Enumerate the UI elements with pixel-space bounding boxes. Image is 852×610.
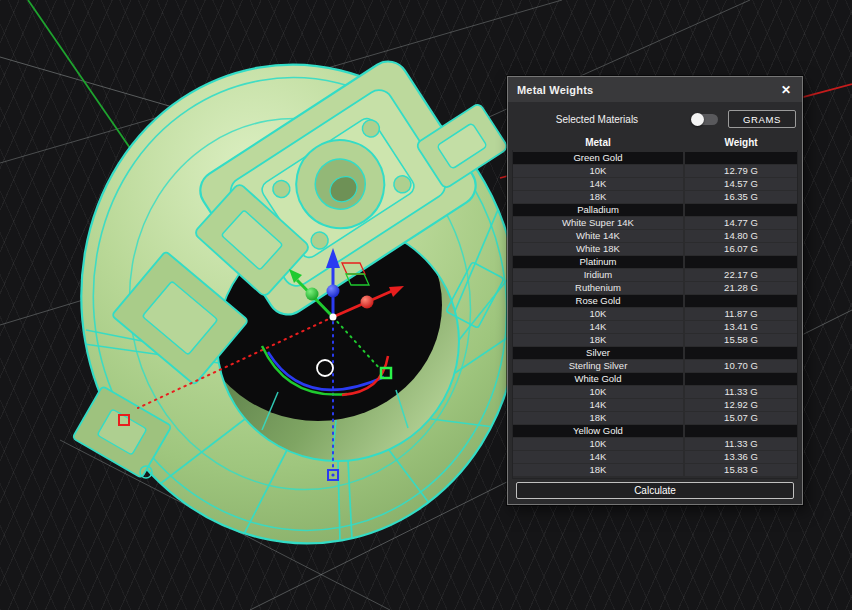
table-row: 14K14.57 G: [513, 178, 797, 190]
weight-cell: 11.33 G: [685, 438, 797, 450]
weight-cell: 14.57 G: [685, 178, 797, 190]
column-header-metal: Metal: [512, 137, 684, 148]
column-header-weight: Weight: [684, 137, 798, 148]
metal-cell: 10K: [513, 386, 683, 398]
weight-cell: 14.77 G: [685, 217, 797, 229]
z-scale-handle: [327, 285, 340, 298]
metal-cell: White Super 14K: [513, 217, 683, 229]
metal-group-row: Silver: [513, 347, 797, 359]
metal-group-name: Platinum: [513, 256, 683, 268]
metal-group-spacer: [685, 425, 797, 437]
gizmo-origin-handle[interactable]: [330, 314, 337, 321]
table-row: 18K15.58 G: [513, 334, 797, 346]
metal-cell: 10K: [513, 438, 683, 450]
table-row: 10K11.87 G: [513, 308, 797, 320]
selected-materials-toggle[interactable]: [692, 114, 718, 125]
app-window: { "panel": { "title": "Metal Weights", "…: [0, 0, 852, 610]
metal-group-spacer: [685, 204, 797, 216]
weight-cell: 13.36 G: [685, 451, 797, 463]
metal-cell: 14K: [513, 321, 683, 333]
metal-cell: 18K: [513, 191, 683, 203]
metal-group-row: Platinum: [513, 256, 797, 268]
table-row: 14K13.36 G: [513, 451, 797, 463]
table-row: 18K16.35 G: [513, 191, 797, 203]
metal-cell: 18K: [513, 334, 683, 346]
metal-cell: Sterling Silver: [513, 360, 683, 372]
weight-cell: 15.58 G: [685, 334, 797, 346]
metal-cell: White 14K: [513, 230, 683, 242]
weight-cell: 16.35 G: [685, 191, 797, 203]
close-button[interactable]: ✕: [779, 84, 793, 96]
metal-cell: White 18K: [513, 243, 683, 255]
metal-group-spacer: [685, 373, 797, 385]
weight-cell: 11.33 G: [685, 386, 797, 398]
metal-cell: 14K: [513, 399, 683, 411]
metal-cell: 14K: [513, 451, 683, 463]
weight-cell: 12.79 G: [685, 165, 797, 177]
table-row: Ruthenium21.28 G: [513, 282, 797, 294]
metal-cell: 14K: [513, 178, 683, 190]
metal-group-spacer: [685, 295, 797, 307]
metal-group-name: Silver: [513, 347, 683, 359]
toggle-knob: [691, 113, 704, 126]
table-row: Sterling Silver10.70 G: [513, 360, 797, 372]
calculate-button[interactable]: Calculate: [516, 482, 794, 499]
table-row: 18K15.83 G: [513, 464, 797, 476]
table-row: 18K15.07 G: [513, 412, 797, 424]
panel-titlebar[interactable]: Metal Weights ✕: [508, 77, 802, 102]
table-row: White 18K16.07 G: [513, 243, 797, 255]
weight-cell: 21.28 G: [685, 282, 797, 294]
metal-weights-table: Green Gold10K12.79 G14K14.57 G18K16.35 G…: [512, 150, 798, 479]
table-row: Iridium22.17 G: [513, 269, 797, 281]
table-row: White 14K14.80 G: [513, 230, 797, 242]
x-scale-handle: [361, 296, 374, 309]
table-row: 10K11.33 G: [513, 386, 797, 398]
metal-group-name: White Gold: [513, 373, 683, 385]
metal-cell: 10K: [513, 308, 683, 320]
table-row: 14K13.41 G: [513, 321, 797, 333]
ring-model[interactable]: [44, 30, 570, 580]
metal-group-row: White Gold: [513, 373, 797, 385]
metal-group-name: Green Gold: [513, 152, 683, 164]
metal-group-spacer: [685, 152, 797, 164]
panel-controls-row: Selected Materials GRAMS: [508, 102, 802, 135]
weight-cell: 16.07 G: [685, 243, 797, 255]
selected-materials-label: Selected Materials: [514, 114, 680, 125]
weight-cell: 13.41 G: [685, 321, 797, 333]
table-row: 10K12.79 G: [513, 165, 797, 177]
metal-group-name: Palladium: [513, 204, 683, 216]
metal-cell: 18K: [513, 464, 683, 476]
weight-cell: 12.92 G: [685, 399, 797, 411]
weight-cell: 11.87 G: [685, 308, 797, 320]
table-header-row: Metal Weight: [508, 135, 802, 150]
weight-cell: 15.83 G: [685, 464, 797, 476]
panel-title: Metal Weights: [517, 84, 593, 96]
metal-cell: Iridium: [513, 269, 683, 281]
weight-cell: 15.07 G: [685, 412, 797, 424]
metal-group-row: Rose Gold: [513, 295, 797, 307]
metal-group-spacer: [685, 347, 797, 359]
metal-cell: Ruthenium: [513, 282, 683, 294]
weight-cell: 22.17 G: [685, 269, 797, 281]
weight-cell: 14.80 G: [685, 230, 797, 242]
metal-group-row: Green Gold: [513, 152, 797, 164]
table-row: White Super 14K14.77 G: [513, 217, 797, 229]
units-button[interactable]: GRAMS: [728, 110, 796, 128]
table-row: 10K11.33 G: [513, 438, 797, 450]
y-scale-handle: [306, 288, 319, 301]
metal-group-spacer: [685, 256, 797, 268]
table-row: 14K12.92 G: [513, 399, 797, 411]
metal-weights-panel: Metal Weights ✕ Selected Materials GRAMS…: [507, 76, 803, 505]
metal-group-row: Yellow Gold: [513, 425, 797, 437]
metal-group-row: Palladium: [513, 204, 797, 216]
metal-cell: 18K: [513, 412, 683, 424]
metal-cell: 10K: [513, 165, 683, 177]
weight-cell: 10.70 G: [685, 360, 797, 372]
metal-group-name: Rose Gold: [513, 295, 683, 307]
metal-group-name: Yellow Gold: [513, 425, 683, 437]
